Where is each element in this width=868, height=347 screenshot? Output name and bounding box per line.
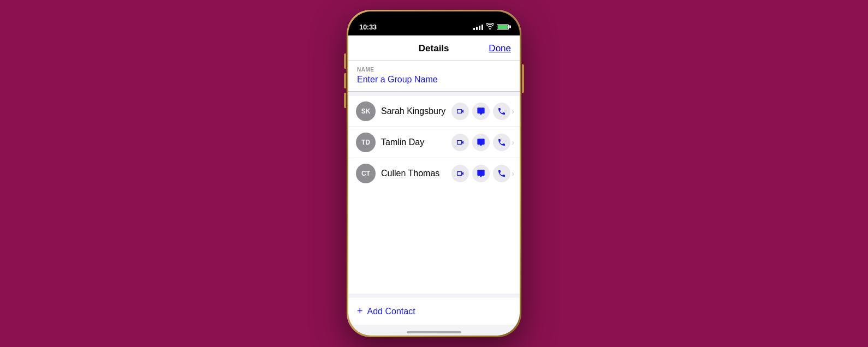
- add-contact-label: Add Contact: [367, 307, 415, 316]
- wifi-icon: [486, 23, 494, 31]
- phone-button[interactable]: [493, 165, 510, 182]
- status-icons: [473, 23, 509, 31]
- nav-header: Details Done: [348, 35, 520, 61]
- message-button[interactable]: [472, 103, 490, 120]
- status-bar: 10:33: [348, 11, 520, 35]
- name-label: NAME: [357, 67, 511, 73]
- phone-icon: [497, 138, 506, 147]
- message-button[interactable]: [472, 134, 490, 151]
- phone-frame: 10:33: [347, 10, 521, 337]
- phone-button[interactable]: [493, 134, 510, 151]
- signal-icon: [473, 23, 483, 30]
- action-buttons: [451, 134, 510, 151]
- message-icon: [477, 138, 485, 147]
- avatar: CT: [356, 164, 376, 183]
- contact-row: TD Tamlin Day: [348, 127, 520, 158]
- done-button[interactable]: Done: [489, 43, 511, 54]
- battery-icon: [497, 24, 509, 30]
- video-icon: [456, 138, 465, 147]
- phone-icon: [497, 169, 506, 178]
- add-contact-button[interactable]: + Add Contact: [348, 298, 520, 325]
- message-icon: [477, 169, 485, 178]
- status-time: 10:33: [359, 23, 377, 31]
- home-indicator: [407, 331, 461, 333]
- avatar: SK: [356, 101, 376, 121]
- contact-name: Tamlin Day: [381, 137, 451, 147]
- plus-icon: +: [357, 306, 363, 317]
- action-buttons: [451, 165, 510, 182]
- video-icon: [456, 169, 465, 178]
- video-icon: [456, 107, 465, 116]
- notch: [401, 11, 467, 27]
- video-call-button[interactable]: [451, 134, 469, 151]
- phone-button[interactable]: [493, 103, 510, 120]
- contact-name: Sarah Kingsbury: [381, 106, 451, 116]
- chevron-right-icon: ›: [512, 107, 514, 116]
- contact-row: CT Cullen Thomas: [348, 158, 520, 189]
- name-section: NAME Enter a Group Name: [348, 61, 520, 92]
- contacts-list: SK Sarah Kingsbury: [348, 96, 520, 294]
- group-name-input[interactable]: Enter a Group Name: [357, 75, 511, 85]
- contact-name: Cullen Thomas: [381, 169, 451, 178]
- chevron-right-icon: ›: [512, 169, 514, 178]
- action-buttons: [451, 103, 510, 120]
- video-call-button[interactable]: [451, 103, 469, 120]
- avatar-initials: SK: [361, 107, 371, 115]
- message-button[interactable]: [472, 165, 490, 182]
- contact-row: SK Sarah Kingsbury: [348, 96, 520, 127]
- app-screen: Details Done NAME Enter a Group Name SK …: [348, 35, 520, 336]
- phone-screen: 10:33: [348, 11, 520, 336]
- video-call-button[interactable]: [451, 165, 469, 182]
- phone-icon: [497, 107, 506, 116]
- avatar-initials: CT: [361, 170, 370, 177]
- page-title: Details: [379, 43, 489, 54]
- chevron-right-icon: ›: [512, 138, 514, 147]
- bottom-bar: [348, 325, 520, 336]
- avatar-initials: TD: [361, 139, 370, 146]
- message-icon: [477, 107, 485, 116]
- avatar: TD: [356, 133, 376, 152]
